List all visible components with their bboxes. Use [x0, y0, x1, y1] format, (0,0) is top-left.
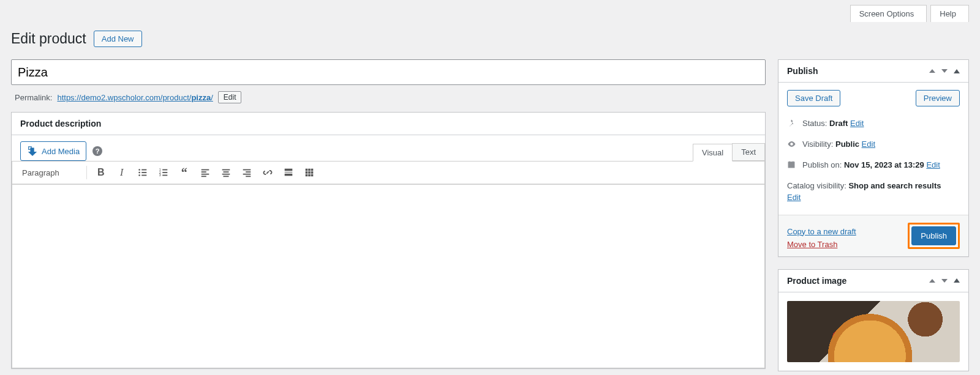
svg-rect-13 — [201, 169, 209, 171]
svg-rect-28 — [305, 169, 307, 171]
move-up-icon[interactable] — [929, 69, 935, 73]
svg-rect-32 — [308, 171, 311, 174]
svg-rect-6 — [141, 175, 146, 176]
help-icon[interactable]: ? — [92, 146, 102, 156]
calendar-icon — [787, 160, 797, 173]
copy-to-draft-link[interactable]: Copy to a new draft — [787, 227, 856, 236]
product-description-box: Product description Add Media ? Visual T… — [11, 112, 766, 369]
move-down-icon[interactable] — [941, 279, 948, 283]
edit-visibility-link[interactable]: Edit — [862, 139, 875, 149]
publish-highlight: Publish — [908, 223, 960, 249]
toolbar-toggle-button[interactable] — [300, 164, 318, 181]
link-button[interactable] — [258, 164, 277, 181]
svg-rect-29 — [308, 169, 311, 171]
svg-rect-21 — [243, 169, 251, 171]
align-right-button[interactable] — [238, 164, 256, 181]
svg-rect-31 — [305, 171, 307, 174]
publish-button[interactable]: Publish — [911, 226, 956, 245]
svg-point-2 — [138, 172, 140, 174]
align-center-button[interactable] — [217, 164, 235, 181]
help-label: Help — [940, 9, 956, 18]
svg-rect-22 — [246, 171, 251, 173]
svg-rect-10 — [162, 169, 167, 171]
bold-button[interactable]: B — [92, 164, 110, 181]
edit-schedule-link[interactable]: Edit — [926, 160, 940, 169]
save-draft-button[interactable]: Save Draft — [787, 90, 840, 106]
toggle-panel-icon[interactable] — [954, 278, 960, 283]
tab-text[interactable]: Text — [732, 143, 765, 161]
svg-rect-18 — [223, 171, 228, 173]
svg-rect-24 — [246, 176, 251, 177]
svg-rect-4 — [141, 169, 146, 171]
add-media-button[interactable]: Add Media — [20, 141, 86, 161]
help-button[interactable]: Help — [930, 5, 969, 22]
numbered-list-button[interactable]: 123 — [154, 164, 173, 181]
move-up-icon[interactable] — [929, 279, 935, 283]
publish-box-title: Publish — [787, 66, 818, 76]
svg-rect-37 — [788, 163, 794, 168]
align-left-button[interactable] — [196, 164, 214, 181]
blockquote-button[interactable]: “ — [175, 164, 194, 181]
bullet-list-button[interactable] — [134, 164, 152, 181]
edit-permalink-button[interactable]: Edit — [218, 91, 242, 103]
svg-rect-16 — [201, 176, 206, 177]
svg-rect-33 — [311, 171, 313, 174]
svg-rect-12 — [162, 175, 167, 176]
svg-rect-27 — [284, 174, 292, 176]
pizza-image — [787, 301, 960, 362]
italic-button[interactable]: I — [113, 164, 131, 181]
preview-button[interactable]: Preview — [916, 90, 960, 106]
screen-options-label: Screen Options — [859, 9, 914, 18]
svg-rect-19 — [222, 174, 230, 175]
svg-point-1 — [138, 169, 140, 171]
svg-rect-17 — [222, 169, 230, 171]
product-title-input[interactable] — [11, 59, 766, 85]
pin-icon — [787, 119, 797, 131]
editor-toolbar: Paragraph B I 123 “ — [12, 161, 765, 185]
media-icon — [27, 146, 38, 157]
format-select[interactable]: Paragraph — [16, 166, 81, 180]
product-description-title: Product description — [20, 119, 101, 128]
move-down-icon[interactable] — [941, 69, 948, 73]
svg-rect-11 — [162, 172, 167, 173]
svg-point-3 — [138, 174, 140, 176]
publish-box: Publish Save Draft Preview Status: — [778, 59, 969, 257]
svg-rect-34 — [305, 174, 307, 177]
product-image-box: Product image — [778, 269, 969, 371]
read-more-button[interactable] — [279, 164, 298, 181]
permalink-url[interactable]: https://demo2.wpscholor.com/product/pizz… — [57, 93, 213, 102]
permalink-label: Permalink: — [15, 93, 52, 102]
edit-catalog-visibility-link[interactable]: Edit — [787, 193, 801, 202]
product-image-thumbnail[interactable] — [787, 301, 960, 362]
svg-rect-23 — [243, 174, 251, 175]
toggle-panel-icon[interactable] — [954, 69, 960, 73]
edit-status-link[interactable]: Edit — [850, 119, 864, 128]
tab-visual[interactable]: Visual — [693, 144, 733, 162]
svg-rect-5 — [141, 172, 146, 173]
svg-rect-35 — [308, 174, 311, 177]
page-title: Edit product — [11, 24, 86, 53]
product-image-title: Product image — [787, 276, 846, 286]
svg-rect-25 — [284, 169, 292, 171]
eye-icon — [787, 139, 797, 152]
svg-rect-36 — [311, 174, 313, 177]
svg-rect-26 — [284, 172, 292, 173]
add-new-button[interactable]: Add New — [94, 31, 142, 47]
svg-rect-20 — [223, 176, 228, 177]
move-to-trash-link[interactable]: Move to Trash — [787, 240, 856, 249]
svg-rect-30 — [311, 169, 313, 171]
screen-options-button[interactable]: Screen Options — [850, 5, 927, 22]
svg-text:3: 3 — [159, 173, 161, 177]
editor-content-area[interactable] — [12, 185, 765, 368]
svg-rect-14 — [201, 171, 206, 173]
svg-rect-15 — [201, 174, 209, 175]
